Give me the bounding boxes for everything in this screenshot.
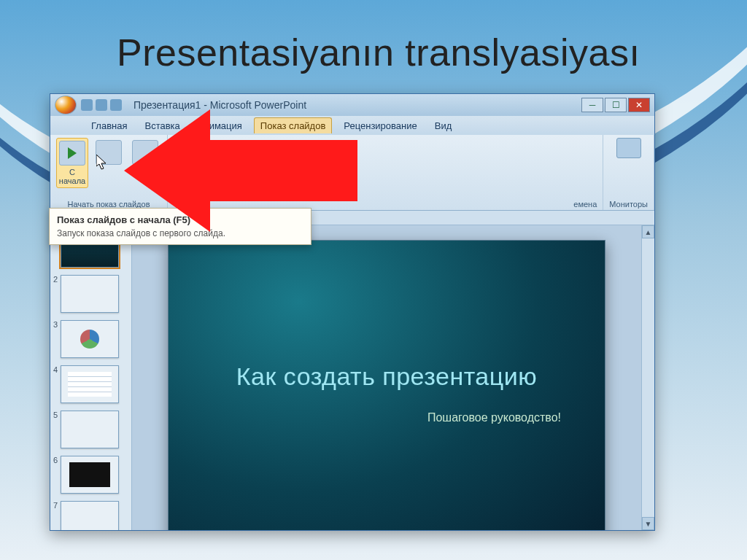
thumb-6[interactable]: [61, 456, 119, 494]
ribbon-group-setup: емена: [168, 135, 603, 210]
slide-subtitle: Пошаговое руководство!: [427, 411, 561, 424]
minimize-button[interactable]: ─: [581, 98, 603, 112]
qat-save-icon[interactable]: [81, 99, 93, 111]
from-current-button[interactable]: [93, 138, 125, 167]
workspace: 1 2 3 4 5 6 7 Как создать презентацию По…: [50, 225, 654, 530]
thumb-5[interactable]: [61, 411, 119, 448]
tooltip-body: Запуск показа слайдов с первого слайда.: [57, 228, 303, 238]
thumb-num: 5: [53, 411, 58, 419]
page-title: Presentasiyanın translyasiyası: [117, 31, 640, 74]
monitors-label: Мониторы: [609, 198, 648, 209]
window-title: Презентация1 - Microsoft PowerPoint: [133, 99, 577, 111]
tab-view[interactable]: Вид: [429, 118, 458, 133]
ribbon: С начала Начать показ слайдов емена Мони…: [50, 135, 654, 211]
scroll-down-icon[interactable]: ▼: [642, 517, 654, 530]
thumb-3[interactable]: [61, 320, 119, 358]
monitors-icon[interactable]: [616, 138, 641, 158]
slides-icon: [132, 140, 158, 165]
from-beginning-label: С начала: [59, 168, 85, 185]
thumb-4[interactable]: [61, 365, 119, 403]
thumb-7[interactable]: [61, 501, 119, 530]
thumb-num: 4: [53, 365, 58, 374]
powerpoint-window: Презентация1 - Microsoft PowerPoint ─ ☐ …: [50, 93, 655, 531]
office-button[interactable]: [55, 96, 77, 114]
thumbnail-panel: 1 2 3 4 5 6 7: [50, 225, 132, 530]
custom-show-button[interactable]: [129, 138, 161, 167]
scroll-track[interactable]: [642, 238, 654, 517]
thumb-2[interactable]: [61, 275, 119, 313]
ribbon-group-monitors: Мониторы: [603, 135, 654, 210]
group-start-label: Начать показ слайдов: [67, 198, 150, 209]
close-button[interactable]: ✕: [628, 98, 650, 112]
thumb-num: 7: [53, 501, 58, 510]
current-slide[interactable]: Как создать презентацию Пошаговое руково…: [168, 240, 605, 530]
ribbon-group-start: С начала Начать показ слайдов: [50, 135, 168, 210]
qat-undo-icon[interactable]: [96, 99, 107, 111]
window-controls: ─ ☐ ✕: [581, 98, 650, 112]
scroll-up-icon[interactable]: ▲: [642, 225, 654, 238]
tooltip: Показ слайдов с начала (F5) Запуск показ…: [49, 208, 311, 245]
play-icon: [59, 141, 85, 166]
maximize-button[interactable]: ☐: [605, 98, 627, 112]
from-beginning-button[interactable]: С начала: [56, 138, 88, 188]
slide-area: Как создать презентацию Пошаговое руково…: [132, 225, 641, 530]
quick-access-toolbar: [81, 99, 122, 111]
slide-title: Как создать презентацию: [236, 362, 537, 391]
tab-home[interactable]: Главная: [85, 118, 133, 133]
timings-hint: емена: [573, 200, 597, 209]
tab-review[interactable]: Рецензирование: [338, 118, 422, 133]
tab-animation[interactable]: Анимация: [192, 118, 248, 133]
thumb-num: 3: [53, 320, 58, 329]
titlebar: Презентация1 - Microsoft PowerPoint ─ ☐ …: [50, 94, 654, 116]
thumb-num: 2: [53, 275, 58, 284]
vertical-scrollbar[interactable]: ▲ ▼: [641, 225, 654, 530]
tab-slideshow[interactable]: Показ слайдов: [254, 117, 333, 133]
ribbon-tabs: Главная Вставка Анимация Показ слайдов Р…: [50, 116, 654, 135]
screen-icon: [96, 140, 122, 165]
thumb-num: 6: [53, 456, 58, 464]
qat-redo-icon[interactable]: [110, 99, 122, 111]
tab-insert[interactable]: Вставка: [139, 118, 185, 133]
tooltip-title: Показ слайдов с начала (F5): [57, 214, 303, 225]
